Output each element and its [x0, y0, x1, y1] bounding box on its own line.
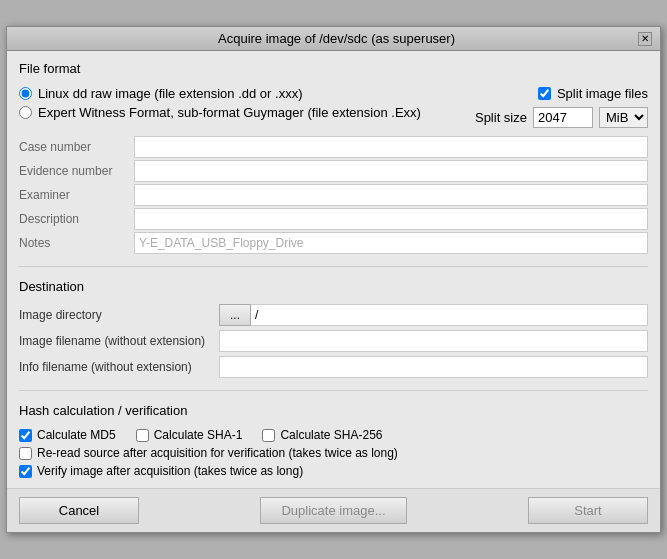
info-filename-input[interactable] [219, 356, 648, 378]
radio-ewf[interactable] [19, 106, 32, 119]
main-window: Acquire image of /dev/sdc (as superuser)… [6, 26, 661, 533]
md5-label: Calculate MD5 [19, 428, 116, 442]
hash-section-label: Hash calculation / verification [19, 403, 648, 418]
divider-2 [19, 390, 648, 391]
sha1-label: Calculate SHA-1 [136, 428, 243, 442]
radio-linux-row: Linux dd raw image (file extension .dd o… [19, 86, 421, 101]
radio-linux-label: Linux dd raw image (file extension .dd o… [38, 86, 302, 101]
format-right: Split image files Split size MiB GiB [475, 86, 648, 128]
verify-text: Verify image after acquisition (takes tw… [37, 464, 303, 478]
titlebar: Acquire image of /dev/sdc (as superuser)… [7, 27, 660, 51]
reread-label: Re-read source after acquisition for ver… [19, 446, 648, 460]
split-image-label: Split image files [557, 86, 648, 101]
format-left: Linux dd raw image (file extension .dd o… [19, 86, 421, 120]
hash-section: Hash calculation / verification Calculat… [19, 403, 648, 478]
description-label: Description [19, 212, 134, 226]
examiner-label: Examiner [19, 188, 134, 202]
verify-label: Verify image after acquisition (takes tw… [19, 464, 648, 478]
notes-input[interactable] [134, 232, 648, 254]
case-number-input[interactable] [134, 136, 648, 158]
split-unit-select[interactable]: MiB GiB [599, 107, 648, 128]
image-filename-input[interactable] [219, 330, 648, 352]
evidence-number-input[interactable] [134, 160, 648, 182]
examiner-input[interactable] [134, 184, 648, 206]
content-area: File format Linux dd raw image (file ext… [7, 51, 660, 488]
image-filename-row: Image filename (without extension) [19, 330, 648, 352]
info-filename-label: Info filename (without extension) [19, 360, 219, 374]
split-size-row: Split size MiB GiB [475, 107, 648, 128]
split-image-row: Split image files [538, 86, 648, 101]
sha1-checkbox[interactable] [136, 429, 149, 442]
description-input[interactable] [134, 208, 648, 230]
sha1-text: Calculate SHA-1 [154, 428, 243, 442]
md5-text: Calculate MD5 [37, 428, 116, 442]
destination-label: Destination [19, 279, 648, 294]
sha256-checkbox[interactable] [262, 429, 275, 442]
hash-row-1: Calculate MD5 Calculate SHA-1 Calculate … [19, 428, 648, 442]
description-row: Description [19, 208, 648, 230]
duplicate-button[interactable]: Duplicate image... [260, 497, 406, 524]
image-dir-input[interactable] [251, 304, 648, 326]
start-button[interactable]: Start [528, 497, 648, 524]
notes-row: Notes [19, 232, 648, 254]
image-dir-row: Image directory ... [19, 304, 648, 326]
notes-label: Notes [19, 236, 134, 250]
format-header: Linux dd raw image (file extension .dd o… [19, 86, 648, 128]
radio-ewf-row: Expert Witness Format, sub-format Guymag… [19, 105, 421, 120]
evidence-number-row: Evidence number [19, 160, 648, 182]
verify-checkbox[interactable] [19, 465, 32, 478]
radio-ewf-label: Expert Witness Format, sub-format Guymag… [38, 105, 421, 120]
case-number-label: Case number [19, 140, 134, 154]
sha256-label: Calculate SHA-256 [262, 428, 382, 442]
radio-linux[interactable] [19, 87, 32, 100]
close-button[interactable]: ✕ [638, 32, 652, 46]
ewf-fields: Case number Evidence number Examiner Des… [19, 136, 648, 254]
destination-section: Destination Image directory ... Image fi… [19, 279, 648, 378]
evidence-number-label: Evidence number [19, 164, 134, 178]
reread-checkbox[interactable] [19, 447, 32, 460]
image-dir-label: Image directory [19, 308, 219, 322]
info-filename-row: Info filename (without extension) [19, 356, 648, 378]
examiner-row: Examiner [19, 184, 648, 206]
sha256-text: Calculate SHA-256 [280, 428, 382, 442]
reread-text: Re-read source after acquisition for ver… [37, 446, 398, 460]
window-title: Acquire image of /dev/sdc (as superuser) [35, 31, 638, 46]
md5-checkbox[interactable] [19, 429, 32, 442]
file-format-section: File format Linux dd raw image (file ext… [19, 61, 648, 254]
file-format-label: File format [19, 61, 648, 76]
split-image-checkbox[interactable] [538, 87, 551, 100]
browse-button[interactable]: ... [219, 304, 251, 326]
case-number-row: Case number [19, 136, 648, 158]
image-filename-label: Image filename (without extension) [19, 334, 219, 348]
split-size-input[interactable] [533, 107, 593, 128]
divider-1 [19, 266, 648, 267]
split-size-label: Split size [475, 110, 527, 125]
footer: Cancel Duplicate image... Start [7, 488, 660, 532]
cancel-button[interactable]: Cancel [19, 497, 139, 524]
